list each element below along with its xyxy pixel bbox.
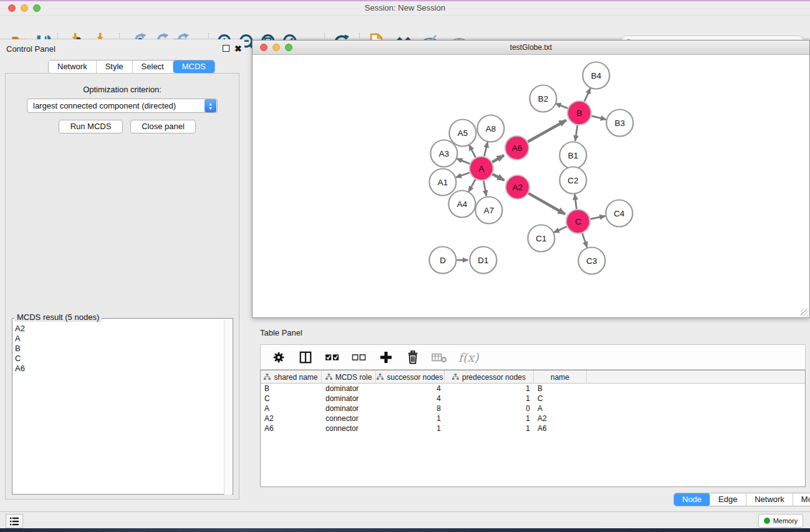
minimize-network-window-button[interactable]	[272, 44, 280, 51]
cell-predecessor-nodes[interactable]: 0	[445, 404, 534, 414]
edge-B-B2[interactable]	[556, 104, 568, 109]
cell-name[interactable]: A2	[534, 414, 587, 423]
edge-A-A7[interactable]	[484, 181, 486, 196]
memory-button[interactable]: Memory	[758, 514, 803, 528]
edge-C-C2[interactable]	[575, 194, 577, 209]
table-row[interactable]: Bdominator41B	[261, 384, 805, 394]
result-scrollbar[interactable]	[224, 319, 232, 495]
cell-predecessor-nodes[interactable]: 1	[445, 384, 534, 394]
column-header-MCDS-role[interactable]: MCDS role	[322, 370, 376, 384]
node-B[interactable]: B	[567, 101, 591, 125]
zoom-network-window-button[interactable]	[285, 44, 292, 51]
mcds-result-item[interactable]: C	[15, 354, 25, 364]
node-B2[interactable]: B2	[530, 85, 557, 112]
node-C4[interactable]: C4	[606, 200, 633, 227]
node-A7[interactable]: A7	[476, 197, 503, 224]
resize-grip-icon[interactable]	[801, 309, 809, 317]
table-row[interactable]: A2connector11A2	[261, 414, 805, 423]
float-panel-icon[interactable]	[223, 45, 229, 52]
cell-predecessor-nodes[interactable]: 1	[445, 423, 534, 433]
tab-network[interactable]: Network	[49, 60, 97, 73]
network-window-titlebar[interactable]: testGlobe.txt	[253, 41, 809, 55]
edge-A-A6[interactable]	[492, 155, 504, 162]
mcds-result-item[interactable]: B	[15, 344, 25, 354]
table-settings-gear-icon[interactable]	[271, 349, 287, 365]
node-A[interactable]: A	[470, 157, 493, 180]
tab-node-table[interactable]: Node Table	[674, 493, 710, 506]
edge-B-B1[interactable]	[575, 125, 577, 141]
close-panel-button[interactable]: Close panel	[130, 120, 196, 133]
run-mcds-button[interactable]: Run MCDS	[59, 120, 123, 133]
cell-name[interactable]: B	[534, 384, 587, 394]
close-panel-icon[interactable]: ✖	[234, 46, 242, 52]
edge-A2-C[interactable]	[528, 193, 565, 214]
cell-MCDS-role[interactable]: connector	[322, 423, 376, 433]
edge-A-A1[interactable]	[456, 173, 470, 178]
edge-C-C1[interactable]	[554, 226, 567, 233]
tab-edge-table[interactable]: Edge Table	[710, 493, 746, 506]
mcds-result-item[interactable]: A2	[15, 324, 25, 334]
mcds-result-item[interactable]: A6	[15, 364, 25, 374]
edge-C-C4[interactable]	[591, 216, 605, 219]
node-A6[interactable]: A6	[505, 136, 529, 160]
close-network-window-button[interactable]	[260, 44, 268, 51]
node-C3[interactable]: C3	[579, 248, 605, 274]
tab-select[interactable]: Select	[133, 60, 173, 73]
optimization-criterion-select[interactable]: largest connected component (directed) ▲…	[27, 99, 218, 113]
network-canvas[interactable]: B4B2BB3A5A8A6A3B1AA1C2A2A4A7C4CC1C3DD1	[253, 55, 809, 317]
cell-shared-name[interactable]: C	[261, 394, 322, 404]
cell-successor-nodes[interactable]: 8	[376, 404, 445, 414]
cell-name[interactable]: C	[534, 394, 587, 404]
node-A4[interactable]: A4	[449, 191, 476, 218]
cell-successor-nodes[interactable]: 4	[376, 384, 445, 394]
node-A3[interactable]: A3	[431, 140, 458, 167]
node-B1[interactable]: B1	[560, 142, 587, 169]
cell-MCDS-role[interactable]: dominator	[322, 394, 376, 404]
edge-C-C3[interactable]	[582, 233, 587, 248]
edge-A6-B[interactable]	[528, 120, 567, 142]
node-D1[interactable]: D1	[470, 247, 497, 274]
edge-B-B3[interactable]	[591, 116, 606, 120]
cell-successor-nodes[interactable]: 4	[376, 394, 445, 404]
cell-predecessor-nodes[interactable]: 1	[445, 394, 534, 404]
minimize-window-button[interactable]	[21, 4, 28, 12]
unselect-all-icon[interactable]	[351, 349, 367, 365]
edge-A-A8[interactable]	[485, 142, 488, 157]
node-B4[interactable]: B4	[583, 62, 610, 89]
column-header-name[interactable]: name	[534, 370, 587, 384]
add-column-plus-icon[interactable]	[378, 349, 394, 365]
tab-network-table[interactable]: Network Table	[746, 493, 793, 506]
node-D[interactable]: D	[430, 247, 456, 274]
edge-A-A4[interactable]	[469, 180, 476, 192]
select-all-icon[interactable]	[324, 349, 340, 365]
column-header-predecessor-nodes[interactable]: predecessor nodes	[445, 370, 534, 384]
node-table[interactable]: shared nameMCDS rolesuccessor nodesprede…	[260, 370, 806, 487]
table-row[interactable]: Cdominator41C	[261, 394, 805, 404]
close-window-button[interactable]	[8, 4, 16, 12]
edge-A-A5[interactable]	[469, 145, 476, 157]
column-header-shared-name[interactable]: shared name	[261, 370, 322, 384]
mcds-result-box[interactable]: A2ABCA6	[12, 318, 233, 495]
cell-MCDS-role[interactable]: dominator	[322, 384, 376, 394]
edge-A-A3[interactable]	[456, 158, 470, 163]
delete-trash-icon[interactable]	[405, 349, 421, 365]
cell-shared-name[interactable]: A	[261, 404, 322, 414]
node-A1[interactable]: A1	[430, 169, 456, 196]
table-row[interactable]: Adominator80A	[261, 404, 805, 414]
task-history-button[interactable]	[6, 514, 23, 528]
table-row[interactable]: A6connector11A6	[261, 423, 805, 433]
node-B3[interactable]: B3	[607, 110, 634, 137]
column-header-successor-nodes[interactable]: successor nodes	[376, 370, 445, 384]
node-A5[interactable]: A5	[450, 120, 476, 147]
node-A2[interactable]: A2	[506, 175, 529, 199]
tab-mcds[interactable]: MCDS	[173, 60, 215, 73]
cell-MCDS-role[interactable]: connector	[322, 414, 376, 423]
node-C1[interactable]: C1	[528, 225, 555, 252]
cell-shared-name[interactable]: B	[261, 384, 322, 394]
cell-shared-name[interactable]: A6	[261, 423, 322, 433]
node-C2[interactable]: C2	[560, 167, 587, 194]
cell-successor-nodes[interactable]: 1	[376, 414, 445, 423]
cell-predecessor-nodes[interactable]: 1	[445, 414, 534, 423]
tab-motifs[interactable]: Motifs	[793, 493, 810, 506]
edge-B-B4[interactable]	[584, 88, 591, 101]
